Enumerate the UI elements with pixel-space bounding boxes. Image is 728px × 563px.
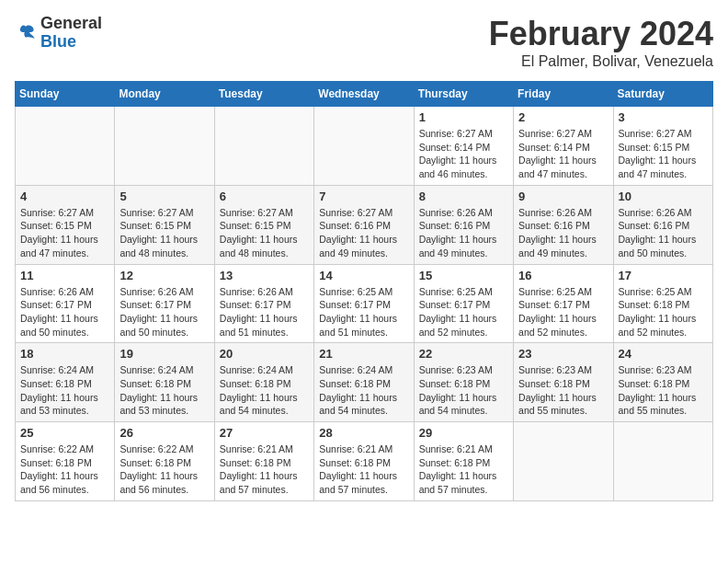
- day-number: 7: [319, 190, 408, 203]
- day-number: 15: [419, 269, 508, 282]
- logo-general-text: General: [40, 15, 102, 33]
- calendar-cell: 25Sunrise: 6:22 AM Sunset: 6:18 PM Dayli…: [16, 422, 115, 501]
- week-row-4: 18Sunrise: 6:24 AM Sunset: 6:18 PM Dayli…: [16, 343, 713, 422]
- day-info: Sunrise: 6:27 AM Sunset: 6:16 PM Dayligh…: [319, 206, 408, 260]
- day-header-sunday: Sunday: [16, 82, 115, 107]
- calendar-cell: 16Sunrise: 6:25 AM Sunset: 6:17 PM Dayli…: [514, 264, 613, 343]
- day-header-saturday: Saturday: [613, 82, 712, 107]
- day-info: Sunrise: 6:27 AM Sunset: 6:14 PM Dayligh…: [419, 127, 508, 181]
- day-number: 8: [419, 190, 508, 203]
- title-section: February 2024 El Palmer, Bolivar, Venezu…: [489, 15, 713, 70]
- day-info: Sunrise: 6:26 AM Sunset: 6:16 PM Dayligh…: [518, 206, 608, 260]
- day-info: Sunrise: 6:24 AM Sunset: 6:18 PM Dayligh…: [119, 363, 209, 418]
- day-info: Sunrise: 6:26 AM Sunset: 6:17 PM Dayligh…: [220, 285, 309, 339]
- day-info: Sunrise: 6:27 AM Sunset: 6:15 PM Dayligh…: [220, 206, 309, 260]
- calendar-cell: [613, 422, 712, 501]
- location-title: El Palmer, Bolivar, Venezuela: [489, 53, 713, 70]
- calendar-cell: 19Sunrise: 6:24 AM Sunset: 6:18 PM Dayli…: [115, 343, 214, 422]
- calendar-cell: 9Sunrise: 6:26 AM Sunset: 6:16 PM Daylig…: [514, 185, 613, 264]
- day-number: 2: [518, 110, 608, 124]
- day-header-wednesday: Wednesday: [314, 82, 414, 107]
- week-row-3: 11Sunrise: 6:26 AM Sunset: 6:17 PM Dayli…: [16, 264, 713, 343]
- calendar-table: SundayMondayTuesdayWednesdayThursdayFrid…: [15, 81, 713, 501]
- calendar-cell: 5Sunrise: 6:27 AM Sunset: 6:15 PM Daylig…: [115, 185, 214, 264]
- calendar-cell: 2Sunrise: 6:27 AM Sunset: 6:14 PM Daylig…: [514, 107, 613, 186]
- day-info: Sunrise: 6:25 AM Sunset: 6:17 PM Dayligh…: [319, 285, 408, 339]
- calendar-cell: 7Sunrise: 6:27 AM Sunset: 6:16 PM Daylig…: [314, 185, 414, 264]
- day-info: Sunrise: 6:27 AM Sunset: 6:15 PM Dayligh…: [20, 206, 109, 260]
- day-header-friday: Friday: [514, 82, 613, 107]
- day-number: 29: [419, 426, 508, 440]
- calendar-cell: [214, 107, 313, 186]
- day-header-thursday: Thursday: [414, 82, 513, 107]
- calendar-cell: 8Sunrise: 6:26 AM Sunset: 6:16 PM Daylig…: [414, 185, 513, 264]
- week-row-5: 25Sunrise: 6:22 AM Sunset: 6:18 PM Dayli…: [16, 422, 713, 501]
- day-info: Sunrise: 6:25 AM Sunset: 6:18 PM Dayligh…: [619, 285, 708, 339]
- week-row-2: 4Sunrise: 6:27 AM Sunset: 6:15 PM Daylig…: [16, 185, 713, 264]
- calendar-cell: 10Sunrise: 6:26 AM Sunset: 6:16 PM Dayli…: [613, 185, 712, 264]
- logo-bird-icon: [15, 22, 37, 44]
- logo: General Blue: [15, 15, 102, 52]
- day-info: Sunrise: 6:21 AM Sunset: 6:18 PM Dayligh…: [220, 442, 309, 497]
- calendar-cell: 13Sunrise: 6:26 AM Sunset: 6:17 PM Dayli…: [214, 264, 313, 343]
- day-number: 11: [20, 269, 109, 282]
- day-header-tuesday: Tuesday: [214, 82, 313, 107]
- calendar-cell: 15Sunrise: 6:25 AM Sunset: 6:17 PM Dayli…: [414, 264, 513, 343]
- day-number: 10: [619, 190, 708, 203]
- calendar-cell: 26Sunrise: 6:22 AM Sunset: 6:18 PM Dayli…: [115, 422, 214, 501]
- calendar-cell: 24Sunrise: 6:23 AM Sunset: 6:18 PM Dayli…: [613, 343, 712, 422]
- calendar-cell: 20Sunrise: 6:24 AM Sunset: 6:18 PM Dayli…: [214, 343, 313, 422]
- day-number: 24: [619, 347, 708, 361]
- day-info: Sunrise: 6:23 AM Sunset: 6:18 PM Dayligh…: [419, 363, 508, 418]
- day-info: Sunrise: 6:25 AM Sunset: 6:17 PM Dayligh…: [518, 285, 608, 339]
- day-number: 1: [419, 110, 508, 124]
- calendar-cell: 11Sunrise: 6:26 AM Sunset: 6:17 PM Dayli…: [16, 264, 115, 343]
- calendar-cell: 6Sunrise: 6:27 AM Sunset: 6:15 PM Daylig…: [214, 185, 313, 264]
- day-number: 19: [119, 347, 209, 361]
- calendar-cell: 21Sunrise: 6:24 AM Sunset: 6:18 PM Dayli…: [314, 343, 414, 422]
- day-number: 3: [619, 110, 708, 124]
- day-info: Sunrise: 6:24 AM Sunset: 6:18 PM Dayligh…: [220, 363, 309, 418]
- day-number: 13: [220, 269, 309, 282]
- day-number: 22: [419, 347, 508, 361]
- calendar-cell: 18Sunrise: 6:24 AM Sunset: 6:18 PM Dayli…: [16, 343, 115, 422]
- day-number: 25: [20, 426, 109, 440]
- day-info: Sunrise: 6:26 AM Sunset: 6:16 PM Dayligh…: [619, 206, 708, 260]
- calendar-cell: 23Sunrise: 6:23 AM Sunset: 6:18 PM Dayli…: [514, 343, 613, 422]
- calendar-cell: [314, 107, 414, 186]
- day-number: 21: [319, 347, 408, 361]
- day-number: 5: [119, 190, 209, 203]
- day-number: 4: [20, 190, 109, 203]
- page-header: General Blue February 2024 El Palmer, Bo…: [15, 15, 713, 70]
- day-info: Sunrise: 6:27 AM Sunset: 6:14 PM Dayligh…: [518, 127, 608, 181]
- calendar-cell: 3Sunrise: 6:27 AM Sunset: 6:15 PM Daylig…: [613, 107, 712, 186]
- day-info: Sunrise: 6:24 AM Sunset: 6:18 PM Dayligh…: [20, 363, 109, 418]
- day-info: Sunrise: 6:23 AM Sunset: 6:18 PM Dayligh…: [619, 363, 708, 418]
- calendar-cell: 27Sunrise: 6:21 AM Sunset: 6:18 PM Dayli…: [214, 422, 313, 501]
- day-info: Sunrise: 6:26 AM Sunset: 6:17 PM Dayligh…: [20, 285, 109, 339]
- day-number: 12: [119, 269, 209, 282]
- calendar-cell: 1Sunrise: 6:27 AM Sunset: 6:14 PM Daylig…: [414, 107, 513, 186]
- day-number: 16: [518, 269, 608, 282]
- calendar-cell: 14Sunrise: 6:25 AM Sunset: 6:17 PM Dayli…: [314, 264, 414, 343]
- day-info: Sunrise: 6:26 AM Sunset: 6:16 PM Dayligh…: [419, 206, 508, 260]
- days-header-row: SundayMondayTuesdayWednesdayThursdayFrid…: [16, 82, 713, 107]
- calendar-cell: 4Sunrise: 6:27 AM Sunset: 6:15 PM Daylig…: [16, 185, 115, 264]
- day-number: 28: [319, 426, 408, 440]
- day-info: Sunrise: 6:27 AM Sunset: 6:15 PM Dayligh…: [119, 206, 209, 260]
- week-row-1: 1Sunrise: 6:27 AM Sunset: 6:14 PM Daylig…: [16, 107, 713, 186]
- calendar-cell: 17Sunrise: 6:25 AM Sunset: 6:18 PM Dayli…: [613, 264, 712, 343]
- day-info: Sunrise: 6:25 AM Sunset: 6:17 PM Dayligh…: [419, 285, 508, 339]
- day-number: 17: [619, 269, 708, 282]
- day-number: 14: [319, 269, 408, 282]
- month-title: February 2024: [489, 15, 713, 53]
- calendar-cell: 29Sunrise: 6:21 AM Sunset: 6:18 PM Dayli…: [414, 422, 513, 501]
- day-number: 27: [220, 426, 309, 440]
- day-info: Sunrise: 6:24 AM Sunset: 6:18 PM Dayligh…: [319, 363, 408, 418]
- calendar-cell: [514, 422, 613, 501]
- logo-blue-text: Blue: [40, 33, 102, 52]
- calendar-cell: [115, 107, 214, 186]
- day-info: Sunrise: 6:23 AM Sunset: 6:18 PM Dayligh…: [518, 363, 608, 418]
- calendar-cell: 22Sunrise: 6:23 AM Sunset: 6:18 PM Dayli…: [414, 343, 513, 422]
- day-info: Sunrise: 6:27 AM Sunset: 6:15 PM Dayligh…: [619, 127, 708, 181]
